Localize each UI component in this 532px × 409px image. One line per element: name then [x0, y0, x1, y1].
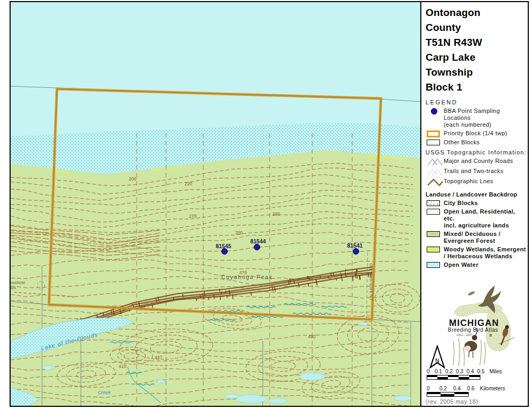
- legend-label: Other Blocks: [444, 139, 527, 146]
- scale-tick: 0.1: [435, 369, 442, 374]
- open-water-swatch: [427, 262, 440, 268]
- legend-item-topo-lines: Topographic Lnes: [426, 178, 527, 186]
- scale-bar-kilometers: 0 0.2 0.4 0.6 Kilometers: [425, 386, 526, 399]
- scale-bar-miles: 0 0.1 0.2 0.3 0.4 0.5 Miles: [425, 369, 526, 382]
- trails-icon: [427, 168, 444, 176]
- legend-item-bba-points: BBA Point Sampling Locations (each numbe…: [426, 108, 527, 128]
- legend-item-other-blocks: Other Blocks: [426, 139, 527, 146]
- topo-lines-icon: [427, 178, 444, 186]
- legend-label: Topographic Lnes: [444, 178, 527, 185]
- revision-note: (rev. 2005 may 18): [426, 398, 478, 405]
- roadside-park-label-1: Roadside: [11, 280, 26, 285]
- topo-map-canvas: 200 220 270 280 300 476 447 410 450 Lake…: [11, 2, 421, 406]
- government-trail-label: GOVERNMENT: [369, 263, 373, 301]
- title-line: Township: [426, 65, 527, 80]
- title-line: T51N R43W: [426, 35, 527, 50]
- scale-tick: 0.4: [467, 369, 474, 374]
- legend-item-open-land: Open Land, Residential, etc. incl. agric…: [426, 208, 527, 229]
- logo-years: 2002 - 2007: [456, 333, 472, 337]
- scale-tick: 0.6: [467, 386, 475, 391]
- bba-map-page: 200 220 270 280 300 476 447 410 450 Lake…: [0, 0, 532, 409]
- legend-item-open-water: Open Water: [426, 261, 527, 268]
- legend-panel: Ontonagon County T51N R43W Carp Lake Tow…: [420, 2, 528, 406]
- legend-label: Open Water: [444, 261, 527, 268]
- legend-label: Open Land, Residential, etc.: [444, 208, 527, 222]
- legend-label: City Blocks: [444, 200, 527, 207]
- contour-label: 280: [272, 211, 280, 217]
- scale-bar-graphic: [427, 392, 469, 397]
- title-line: Carp Lake: [426, 50, 527, 65]
- legend-label: Mixed/ Deciduous /: [444, 231, 527, 238]
- page-title: Ontonagon County T51N R43W Carp Lake Tow…: [426, 5, 527, 95]
- sampling-point-label: 81544: [250, 238, 265, 244]
- legend-item-roads: Major and County Roads: [426, 158, 527, 166]
- legend-label: Woody Wetlands, Emergent: [444, 246, 527, 253]
- sampling-point-marker: [254, 244, 260, 250]
- north-letter: N: [435, 357, 439, 364]
- scale-tick: 0.2: [445, 369, 453, 374]
- priority-block-swatch: [427, 130, 440, 137]
- legend-heading: LEGEND: [426, 99, 527, 106]
- legend-label: BBA Point Sampling Locations: [444, 108, 527, 121]
- scale-tick: 0: [427, 369, 430, 374]
- legend-label: Trails and Two-tracks: [444, 168, 527, 175]
- other-blocks-swatch: [427, 140, 440, 145]
- scale-tick: 0: [427, 386, 430, 391]
- woody-wetlands-swatch: [427, 247, 440, 252]
- legend-label: (each numbered): [444, 121, 527, 128]
- sampling-point-marker: [222, 249, 228, 255]
- scale-tick: 0.3: [456, 369, 463, 374]
- scale-bar-graphic: [427, 375, 481, 380]
- north-arrow: N: [429, 345, 446, 370]
- roadside-park-label-2: Park: [11, 285, 16, 290]
- mixed-forest-swatch: [427, 231, 440, 237]
- contour-label: 410: [119, 364, 126, 369]
- scale-unit: Kilometers: [480, 386, 505, 391]
- sampling-point-label: 81545: [215, 243, 231, 249]
- title-line: Ontonagon: [426, 5, 527, 20]
- feather-illustration: [468, 291, 476, 296]
- contour-label: 270: [189, 214, 196, 219]
- sampling-point-marker: [353, 249, 359, 255]
- legend-item-woody-wetlands: Woody Wetlands, Emergent / Herbaceous We…: [426, 246, 527, 260]
- logo-numeral: II: [489, 333, 492, 338]
- legend-label: / Herbaceous Wetlands: [444, 253, 527, 260]
- open-land-swatch: [427, 209, 440, 215]
- landuse-heading: Landuse / Landcover Backdrop: [426, 191, 527, 198]
- legend-item-trails: Trails and Two-tracks: [426, 168, 527, 176]
- legend-label: incl. agriculture lands: [444, 222, 527, 229]
- scale-tick: 0.5: [477, 369, 485, 374]
- scale-tick: 0.4: [453, 386, 461, 391]
- city-blocks-swatch: [427, 200, 440, 206]
- creek-label: Creek: [98, 390, 111, 395]
- legend-item-city-blocks: City Blocks: [426, 200, 527, 207]
- contour-label: 220: [185, 181, 192, 186]
- cuyahoga-peak-label: Cuyahoga Peak: [221, 274, 273, 280]
- map-frame: 200 220 270 280 300 476 447 410 450 Lake…: [10, 1, 529, 407]
- legend-item-priority-block: Priority Block (1/4 twp): [426, 130, 527, 137]
- logo-subtitle: Breeding Bird Atlas: [448, 327, 498, 333]
- contour-label: 450: [308, 334, 315, 339]
- legend-item-mixed-forest: Mixed/ Deciduous / Evergreen Forest: [426, 231, 527, 244]
- legend-label: Major and County Roads: [444, 158, 527, 165]
- contour-label: 447: [155, 355, 162, 360]
- title-line: Block 1: [426, 80, 527, 95]
- sampling-point-label: 81541: [347, 242, 362, 249]
- contour-label: 200: [129, 176, 136, 182]
- bba-point-icon: [431, 108, 437, 114]
- scale-unit: Miles: [489, 369, 502, 374]
- contour-label: 300: [235, 230, 243, 235]
- legend-label: Evergreen Forest: [444, 238, 527, 244]
- usgs-heading: USGS Topographic Information:: [426, 149, 527, 156]
- scale-tick: 0.2: [439, 386, 447, 391]
- legend-label: Priority Block (1/4 twp): [444, 130, 527, 137]
- roads-icon: [427, 158, 444, 166]
- title-line: County: [426, 20, 527, 35]
